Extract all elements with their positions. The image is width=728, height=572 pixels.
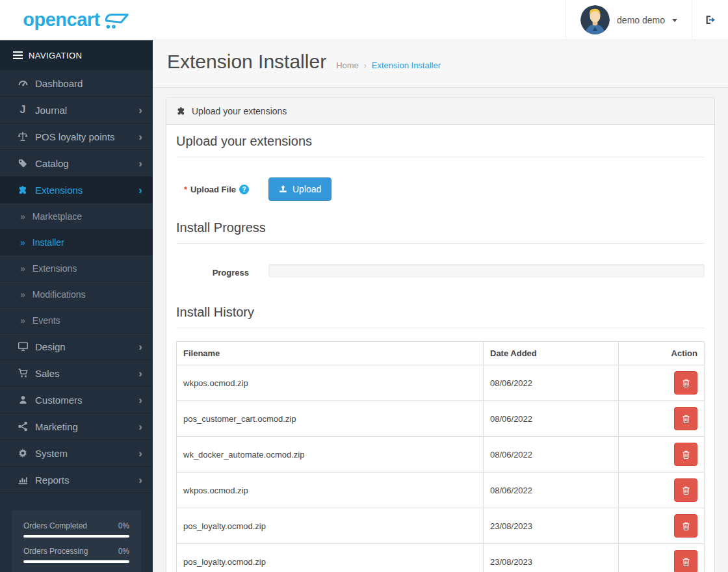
help-icon: ? (239, 185, 249, 194)
chevron-right-icon: › (138, 474, 142, 486)
panel-heading-label: Upload your extensions (192, 106, 287, 116)
main-content: Extension Installer Home › Extension Ins… (153, 40, 728, 572)
upload-extensions-panel: Upload your extensions Upload your exten… (166, 98, 715, 572)
sidebar-item-label: Journal (35, 105, 67, 116)
date-added-cell: 08/06/2022 (484, 365, 619, 401)
filename-cell: pos_loyalty.ocmod.zip (177, 508, 484, 544)
sidebar-item-label: POS loyalty points (35, 131, 115, 142)
puzzle-icon (176, 107, 186, 116)
panel-body: Upload your extensions * Upload File ? (166, 134, 714, 572)
date-added-cell: 23/08/2023 (484, 508, 619, 544)
table-row: wkpos.ocmod.zip 08/06/2022 (177, 473, 705, 508)
sidebar-item-installer[interactable]: » Installer (0, 229, 153, 255)
sign-out-icon (705, 14, 716, 25)
breadcrumb-home-link[interactable]: Home (336, 60, 359, 70)
angle-double-right-icon: » (20, 211, 25, 222)
table-row: pos_loyalty.ocmod.zip 23/08/2023 (177, 508, 705, 544)
filename-cell: pos_customer_cart.ocmod.zip (177, 401, 484, 437)
date-added-cell: 23/08/2023 (484, 544, 619, 572)
required-marker: * (184, 185, 187, 194)
stat-value: 0% (118, 547, 129, 556)
trash-icon (682, 378, 690, 388)
install-history-table: Filename Date Added Action wkpos.ocmod.z… (176, 341, 705, 572)
user-icon (16, 395, 29, 405)
stat-orders-processing: Orders Processing 0% (23, 547, 129, 563)
sidebar-item-extensions-sub[interactable]: » Extensions (0, 255, 153, 281)
sidebar-stats: Orders Completed 0% Orders Processing 0%… (12, 510, 141, 572)
avatar (580, 5, 610, 34)
cart-logo-icon (104, 12, 130, 29)
tags-icon (16, 159, 29, 168)
sidebar-item-label: Modifications (32, 289, 86, 300)
sidebar-item-marketing[interactable]: Marketing › (0, 413, 153, 440)
page-header: Extension Installer Home › Extension Ins… (153, 40, 728, 88)
dashboard-icon (16, 78, 29, 88)
user-dropdown[interactable]: demo demo (566, 0, 692, 40)
sidebar-item-label: System (35, 448, 68, 459)
trash-icon (682, 450, 690, 460)
table-row: pos_loyalty.ocmod.zip 23/08/2023 (177, 544, 705, 572)
sidebar-item-system[interactable]: System › (0, 440, 153, 467)
sidebar-item-customers[interactable]: Customers › (0, 387, 153, 413)
stat-label: Orders Processing (23, 547, 88, 556)
sidebar-item-reports[interactable]: Reports › (0, 467, 153, 493)
column-header-filename: Filename (177, 342, 484, 365)
sidebar-item-label: Extensions (35, 185, 83, 196)
hamburger-icon (13, 51, 23, 59)
delete-button[interactable] (674, 478, 697, 502)
filename-cell: wkpos.ocmod.zip (177, 473, 484, 508)
user-name: demo demo (617, 15, 665, 25)
sidebar-item-dashboard[interactable]: Dashboard (0, 70, 153, 97)
trash-icon (682, 486, 690, 495)
top-header: opencart demo demo (0, 0, 728, 40)
sidebar-item-marketplace[interactable]: » Marketplace (0, 203, 153, 229)
date-added-cell: 08/06/2022 (484, 473, 619, 508)
table-header-row: Filename Date Added Action (177, 342, 705, 365)
sidebar-item-label: Events (32, 315, 60, 326)
sidebar-item-label: Marketplace (32, 211, 82, 222)
desktop-icon (16, 341, 29, 352)
sidebar-item-label: Installer (32, 237, 64, 248)
delete-button[interactable] (674, 371, 697, 395)
sidebar-item-pos-loyalty-points[interactable]: POS loyalty points › (0, 124, 153, 150)
panel-heading: Upload your extensions (166, 98, 714, 125)
angle-double-right-icon: » (20, 237, 25, 248)
sidebar-item-label: Sales (35, 368, 60, 379)
stat-label: Orders Completed (23, 521, 87, 530)
opencart-logo[interactable]: opencart (0, 0, 153, 40)
sidebar-item-extensions[interactable]: Extensions › (0, 177, 153, 203)
table-row: pos_customer_cart.ocmod.zip 08/06/2022 (177, 401, 705, 437)
sidebar-item-modifications[interactable]: » Modifications (0, 281, 153, 307)
upload-file-label: * Upload File ? (176, 185, 249, 194)
delete-button[interactable] (674, 550, 697, 572)
sidebar-item-catalog[interactable]: Catalog › (0, 150, 153, 177)
navigation-header[interactable]: NAVIGATION (0, 40, 153, 70)
delete-button[interactable] (674, 514, 697, 538)
progress-section-title: Install Progress (176, 220, 705, 244)
balance-scale-icon (16, 131, 29, 142)
puzzle-icon (16, 185, 29, 195)
chevron-right-icon: › (138, 185, 142, 196)
breadcrumb: Home › Extension Installer (336, 60, 441, 70)
install-progress-bar (268, 264, 705, 278)
extensions-submenu: » Marketplace » Installer » Extensions »… (0, 203, 153, 333)
shopping-cart-icon (16, 368, 29, 378)
navigation-label: NAVIGATION (29, 51, 82, 60)
sidebar-item-label: Reports (35, 474, 70, 486)
chevron-right-icon: › (138, 368, 142, 379)
sidebar-item-sales[interactable]: Sales › (0, 360, 153, 387)
chevron-right-icon: › (138, 131, 142, 142)
breadcrumb-current-link[interactable]: Extension Installer (372, 60, 441, 70)
logout-button[interactable] (692, 0, 728, 40)
chevron-right-icon: › (138, 341, 142, 352)
upload-button[interactable]: Upload (268, 177, 332, 201)
sidebar-item-design[interactable]: Design › (0, 333, 153, 360)
delete-button[interactable] (674, 443, 697, 466)
upload-section-title: Upload your extensions (176, 134, 705, 157)
sidebar-item-events[interactable]: » Events (0, 307, 153, 333)
column-header-action: Action (619, 342, 705, 365)
delete-button[interactable] (674, 407, 697, 430)
table-row: wk_docker_automate.ocmod.zip 08/06/2022 (177, 437, 705, 473)
sidebar-item-journal[interactable]: J Journal › (0, 97, 153, 124)
share-icon (16, 421, 29, 432)
